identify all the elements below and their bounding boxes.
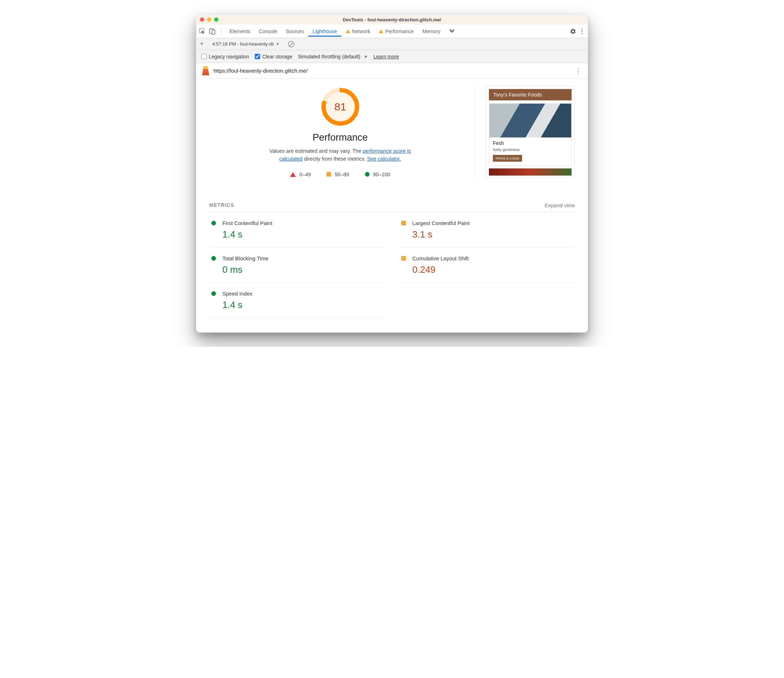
tab-elements[interactable]: Elements [225,26,254,37]
tab-label: Performance [385,28,414,34]
metric-name: Cumulative Layout Shift [412,255,469,261]
report-url: https://foul-heavenly-direction.glitch.m… [214,68,307,74]
window-titlebar: DevTools - foul-heavenly-direction.glitc… [196,15,588,25]
clear-storage-checkbox[interactable]: Clear storage [255,54,292,59]
legend-pass: 90–100 [365,172,390,177]
new-report-button[interactable]: + [200,40,204,48]
tab-lighthouse[interactable]: Lighthouse [308,26,341,37]
legacy-nav-input[interactable] [201,54,207,59]
report-selector-label: 4:57:16 PM - foul-heavenly-dii [212,41,274,47]
lighthouse-toolbar: + 4:57:16 PM - foul-heavenly-dii ▼ [196,38,588,50]
tab-sources[interactable]: Sources [282,26,308,37]
square-icon [326,172,331,177]
preview-image [489,104,571,137]
tab-performance[interactable]: Performance [374,26,418,37]
kebab-menu-icon[interactable] [578,28,585,34]
metrics-heading: METRICS [209,202,234,208]
gauge-title: Performance [313,132,368,143]
tab-label: Elements [229,28,250,34]
preview-card: Fesh Salty goodness PROS & CONS [489,103,572,166]
warning-icon [346,29,350,33]
performance-gauge: 81 [321,87,360,126]
metric-item[interactable]: Largest Contentful Paint3.1 s [399,212,575,247]
settings-gear-icon[interactable] [570,28,576,34]
clear-storage-label: Clear storage [262,54,292,59]
preview-card-subtitle: Salty goodness [493,148,568,152]
tab-label: Network [352,28,370,34]
report-selector[interactable]: 4:57:16 PM - foul-heavenly-dii ▼ [212,41,280,47]
more-tabs-icon[interactable] [446,28,458,34]
square-icon [401,256,406,261]
metric-value: 0.249 [412,264,573,275]
devtools-window: DevTools - foul-heavenly-direction.glitc… [196,14,588,333]
circle-icon [211,256,216,261]
metrics-grid: First Contentful Paint1.4 sLargest Conte… [209,212,575,318]
clear-storage-input[interactable] [255,54,260,59]
preview-header: Tony's Favorite Foods [489,89,572,100]
triangle-icon [290,172,296,177]
metrics-header: METRICS Expand view [209,202,575,212]
tab-label: Console [259,28,277,34]
square-icon [401,221,406,225]
metric-name: Largest Contentful Paint [412,220,470,226]
hero-section: 81 Performance Values are estimated and … [209,86,575,177]
chevron-down-icon: ▼ [364,54,368,59]
clear-icon[interactable] [288,41,295,47]
svg-point-3 [581,28,582,30]
legend-average: 50–89 [326,172,349,177]
preview-card-button: PROS & CONS [493,155,522,162]
report-content: 81 Performance Values are estimated and … [196,79,588,332]
lighthouse-logo-icon [202,66,209,76]
metric-item[interactable]: First Contentful Paint1.4 s [209,212,385,247]
device-toggle-icon[interactable] [209,28,216,34]
score-description: Values are estimated and may vary. The p… [264,148,417,163]
tab-label: Sources [286,28,304,34]
tab-console[interactable]: Console [254,26,281,37]
warning-icon [379,29,383,33]
gauge-score: 81 [334,101,346,113]
chevron-down-icon: ▼ [276,42,279,46]
learn-more-link[interactable]: Learn more [374,54,399,59]
throttling-label: Simulated throttling (default) [298,54,360,59]
svg-point-5 [581,33,582,34]
legacy-nav-checkbox[interactable]: Legacy navigation [201,54,249,59]
score-panel: 81 Performance Values are estimated and … [209,86,475,177]
metric-name: First Contentful Paint [222,220,272,226]
report-url-bar: https://foul-heavenly-direction.glitch.m… [196,63,588,79]
metric-value: 3.1 s [412,229,573,240]
legacy-nav-label: Legacy navigation [209,54,249,59]
metric-value: 1.4 s [222,229,383,240]
circle-icon [211,291,216,296]
metric-value: 1.4 s [222,300,383,311]
metric-item[interactable]: Speed Index1.4 s [209,283,385,318]
throttling-selector[interactable]: Simulated throttling (default) [298,54,360,59]
tab-label: Lighthouse [313,28,337,34]
expand-view-button[interactable]: Expand view [544,202,575,208]
metric-item[interactable]: Total Blocking Time0 ms [209,247,385,283]
preview-card-title: Fesh [493,140,568,146]
tab-network[interactable]: Network [341,26,374,37]
metric-name: Total Blocking Time [222,255,268,261]
circle-icon [365,172,369,177]
circle-icon [211,221,216,225]
metric-value: 0 ms [222,264,383,275]
panel-tabbar: ElementsConsoleSourcesLighthouseNetworkP… [196,25,588,38]
preview-image-strip [489,168,572,176]
window-title: DevTools - foul-heavenly-direction.glitc… [196,17,588,22]
svg-rect-2 [212,30,215,34]
divider [221,27,222,35]
tab-label: Memory [422,28,441,34]
svg-point-4 [581,31,582,32]
score-legend: 0–49 50–89 90–100 [290,172,390,177]
page-screenshot-preview: Tony's Favorite Foods Fesh Salty goodnes… [486,86,575,177]
report-menu-icon[interactable]: ⋮ [575,70,582,72]
metric-item[interactable]: Cumulative Layout Shift0.249 [399,247,575,283]
legend-fail: 0–49 [290,172,311,177]
inspect-element-icon[interactable] [199,28,206,34]
calculator-link[interactable]: See calculator. [367,156,401,162]
tab-memory[interactable]: Memory [418,26,445,37]
lighthouse-options-bar: Legacy navigation Clear storage Simulate… [196,50,588,63]
metric-name: Speed Index [222,291,252,297]
